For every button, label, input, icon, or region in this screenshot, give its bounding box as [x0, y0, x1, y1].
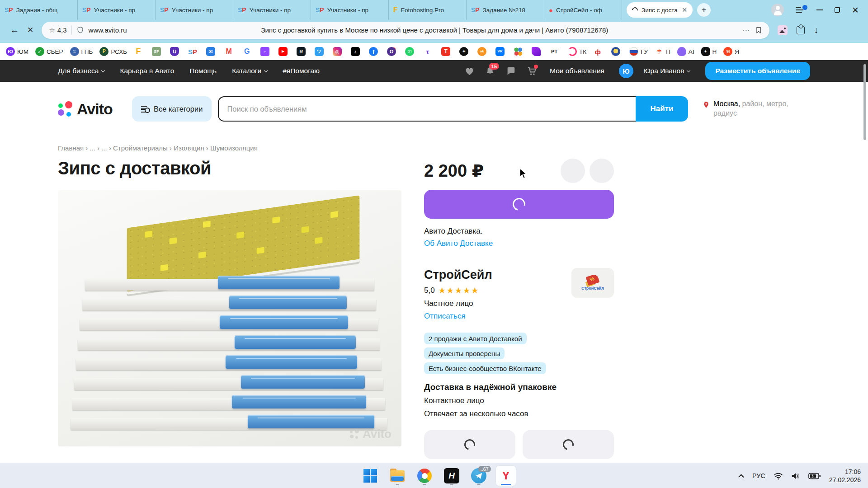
- security-shield-icon[interactable]: [76, 26, 84, 34]
- favorites-heart-icon[interactable]: [464, 66, 475, 76]
- bookmark-item[interactable]: f: [368, 46, 382, 57]
- bookmark-item[interactable]: ✆: [404, 46, 418, 57]
- bookmark-item[interactable]: PT: [548, 46, 562, 57]
- yandex-browser-button[interactable]: Y: [495, 465, 516, 486]
- product-photo[interactable]: Avito: [58, 190, 401, 446]
- notifications-bell-icon[interactable]: 15: [485, 66, 495, 76]
- bookmark-item[interactable]: U: [169, 46, 183, 57]
- bookmark-item[interactable]: ok: [476, 46, 490, 57]
- bookmark-item[interactable]: VK: [494, 46, 508, 57]
- browser-tab[interactable]: SP Участники - пр: [233, 0, 311, 20]
- clock[interactable]: 17:0627.02.2026: [829, 468, 861, 484]
- all-categories-button[interactable]: Все категории: [132, 96, 212, 122]
- browser-tab[interactable]: SP Задание №218: [467, 0, 544, 20]
- cart-icon[interactable]: [526, 66, 537, 76]
- bookmark-item[interactable]: [610, 46, 624, 57]
- header-nav-link[interactable]: Помощь: [189, 67, 217, 75]
- bookmark-item[interactable]: SF: [151, 46, 165, 57]
- browser-tab[interactable]: SP Участники - пр: [156, 0, 233, 20]
- close-button[interactable]: ✕: [852, 5, 859, 15]
- tab-close-icon[interactable]: ✕: [682, 6, 687, 14]
- downloads-icon[interactable]: ↓: [814, 25, 818, 35]
- about-delivery-link[interactable]: Об Авито Доставке: [424, 239, 614, 248]
- bookmark-item[interactable]: O: [386, 46, 400, 57]
- battery-charging-icon[interactable]: [808, 473, 821, 479]
- bookmark-item[interactable]: ГУ: [628, 46, 649, 57]
- bookmark-item[interactable]: Ю ЮМ: [5, 46, 30, 57]
- volume-icon[interactable]: [791, 472, 800, 480]
- browser-tab[interactable]: F Fotohosting.Pro: [389, 0, 467, 20]
- bookmark-item[interactable]: ✦: [458, 46, 472, 57]
- header-nav-link[interactable]: #яПомогаю: [283, 67, 320, 75]
- bookmark-item[interactable]: T: [440, 46, 454, 57]
- bookmark-item[interactable]: M: [223, 46, 237, 57]
- bookmark-item[interactable]: ♪: [349, 46, 363, 57]
- browser-tab[interactable]: SP Задания - общ: [0, 0, 78, 20]
- bookmark-item[interactable]: ◎: [331, 46, 345, 57]
- active-tab[interactable]: Зипс с доста ✕: [627, 2, 693, 18]
- bookmark-item[interactable]: Я Я: [722, 46, 741, 57]
- breadcrumb[interactable]: Главная › ... › ... › Стройматериалы › И…: [58, 144, 810, 152]
- bookmark-item[interactable]: ☂ П: [653, 46, 672, 57]
- file-explorer-button[interactable]: [387, 465, 408, 486]
- bookmark-item[interactable]: ✉: [205, 46, 219, 57]
- bookmark-item[interactable]: G: [241, 46, 255, 57]
- user-name[interactable]: Юра Иванов: [643, 67, 690, 75]
- h-app-button[interactable]: H: [441, 465, 462, 486]
- avito-logo[interactable]: Avito: [58, 100, 126, 118]
- bookmark-item[interactable]: τ: [422, 46, 436, 57]
- address-bar[interactable]: ☆ 4,3 www.avito.ru Зипс с доставкой купи…: [42, 22, 769, 39]
- user-avatar[interactable]: Ю: [619, 64, 633, 78]
- browser-profile-avatar[interactable]: [771, 4, 784, 16]
- bookmark-item[interactable]: SP: [187, 46, 201, 57]
- telegram-button[interactable]: ..67: [468, 465, 489, 486]
- search-input[interactable]: [218, 96, 636, 122]
- action-button-loading-left[interactable]: [424, 430, 515, 459]
- bookmark-item[interactable]: ▶: [277, 46, 291, 57]
- page-url[interactable]: www.avito.ru: [89, 26, 127, 34]
- buy-button-loading[interactable]: [424, 190, 614, 219]
- browser-menu-icon[interactable]: [796, 7, 805, 13]
- header-nav-link[interactable]: Карьера в Авито: [120, 67, 174, 75]
- start-button[interactable]: [360, 465, 381, 486]
- header-nav-link[interactable]: Для бизнеса: [58, 67, 104, 75]
- page-scrollbar[interactable]: [863, 64, 866, 140]
- more-actions-icon[interactable]: ⋯: [742, 26, 750, 34]
- bookmark-item[interactable]: ⌐: [259, 46, 273, 57]
- bookmark-item[interactable]: R: [295, 46, 309, 57]
- bookmark-item[interactable]: AI: [676, 46, 696, 57]
- bookmark-item[interactable]: Р РСХБ: [98, 46, 128, 57]
- browser-tab[interactable]: ● СтройСейл - оф: [544, 0, 622, 20]
- bookmark-item[interactable]: ТК: [566, 46, 588, 57]
- seller-avatar[interactable]: СтройСейл: [571, 268, 614, 298]
- restore-button[interactable]: [835, 7, 840, 13]
- stop-loading-icon[interactable]: ✕: [27, 25, 33, 35]
- wifi-icon[interactable]: [774, 472, 783, 480]
- browser-tab[interactable]: SP Участники - пр: [78, 0, 156, 20]
- bookmark-flag-icon[interactable]: [755, 26, 762, 34]
- bookmark-item[interactable]: ф: [592, 46, 606, 57]
- share-button-placeholder[interactable]: [561, 159, 585, 183]
- extensions-icon[interactable]: [797, 26, 805, 34]
- favorite-button-placeholder[interactable]: [590, 159, 614, 183]
- collections-icon[interactable]: [778, 25, 788, 35]
- my-ads-link[interactable]: Мои объявления: [550, 67, 604, 75]
- post-ad-button[interactable]: Разместить объявление: [705, 62, 810, 80]
- header-nav-link[interactable]: Каталоги: [232, 67, 267, 75]
- bookmark-item[interactable]: F: [132, 46, 146, 57]
- unsubscribe-link[interactable]: Отписаться: [424, 312, 492, 321]
- bookmark-item[interactable]: [512, 46, 526, 57]
- bookmark-item[interactable]: ≈ ГПБ: [69, 46, 94, 57]
- language-indicator[interactable]: РУС: [752, 472, 765, 479]
- location-selector[interactable]: Москва, район, метро,радиус: [703, 99, 810, 118]
- messages-icon[interactable]: [505, 66, 516, 76]
- minimize-button[interactable]: [816, 9, 823, 10]
- bookmark-item[interactable]: [530, 46, 544, 57]
- seller-name[interactable]: СтройСейл: [424, 268, 492, 282]
- back-icon[interactable]: ←: [10, 25, 19, 35]
- browser-tab[interactable]: SP Участники - пр: [311, 0, 389, 20]
- bookmark-item[interactable]: ✦ Н: [700, 46, 718, 57]
- bookmark-item[interactable]: ✓ СБЕР: [34, 46, 65, 57]
- find-button[interactable]: Найти: [636, 96, 688, 122]
- bookmark-item[interactable]: ツ: [313, 46, 327, 57]
